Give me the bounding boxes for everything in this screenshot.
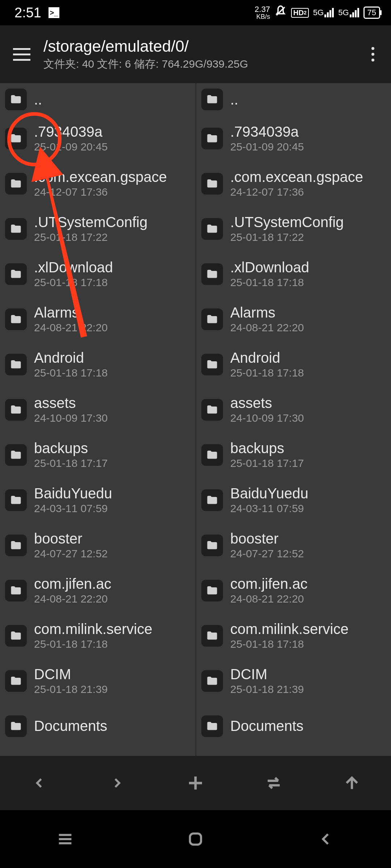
nav-forward-button[interactable] bbox=[103, 769, 132, 797]
file-name: DCIM bbox=[230, 666, 304, 682]
file-row[interactable]: .com.excean.gspace24-12-07 17:36 bbox=[0, 161, 196, 206]
home-button[interactable] bbox=[177, 821, 214, 857]
file-row[interactable]: booster24-07-27 12:52 bbox=[196, 523, 391, 568]
app-header: /storage/emulated/0/ 文件夹: 40 文件: 6 储存: 7… bbox=[0, 25, 391, 83]
file-row[interactable]: com.jifen.ac24-08-21 22:20 bbox=[196, 568, 391, 613]
file-date: 24-08-21 22:20 bbox=[230, 322, 304, 334]
file-date: 25-01-18 17:18 bbox=[34, 638, 152, 650]
folder-icon bbox=[5, 444, 27, 466]
file-date: 25-01-18 17:18 bbox=[230, 276, 309, 289]
file-row[interactable]: Android25-01-18 17:18 bbox=[0, 342, 196, 387]
file-row[interactable]: Alarms24-08-21 22:20 bbox=[0, 297, 196, 342]
file-name: backups bbox=[230, 440, 304, 456]
file-row[interactable]: com.jifen.ac24-08-21 22:20 bbox=[0, 568, 196, 613]
recents-button[interactable] bbox=[47, 821, 83, 857]
file-row[interactable]: com.milink.service25-01-18 17:18 bbox=[0, 613, 196, 658]
file-name: booster bbox=[34, 531, 108, 547]
file-row[interactable]: BaiduYuedu24-03-11 07:59 bbox=[196, 477, 391, 523]
file-name: assets bbox=[34, 395, 108, 411]
file-row[interactable]: .. bbox=[0, 83, 196, 116]
file-name: assets bbox=[230, 395, 304, 411]
back-button[interactable] bbox=[308, 821, 344, 857]
file-row[interactable]: backups25-01-18 17:17 bbox=[196, 432, 391, 477]
nav-back-button[interactable] bbox=[25, 769, 54, 797]
add-button[interactable] bbox=[181, 769, 210, 797]
file-row[interactable]: com.milink.service25-01-18 17:18 bbox=[196, 613, 391, 658]
folder-icon bbox=[5, 625, 27, 647]
file-date: 24-08-21 22:20 bbox=[34, 322, 108, 334]
folder-icon bbox=[201, 218, 223, 240]
folder-icon bbox=[5, 89, 27, 110]
file-date: 25-01-18 17:17 bbox=[34, 457, 108, 469]
file-date: 24-08-21 22:20 bbox=[230, 593, 307, 605]
file-name: Android bbox=[34, 350, 108, 366]
hd-icon: HD2 bbox=[291, 8, 309, 18]
file-row[interactable]: DCIM25-01-18 21:39 bbox=[196, 658, 391, 703]
file-row[interactable]: .xlDownload25-01-18 17:18 bbox=[0, 251, 196, 297]
file-row[interactable]: .com.excean.gspace24-12-07 17:36 bbox=[196, 161, 391, 206]
file-row[interactable]: .7934039a25-01-09 20:45 bbox=[196, 116, 391, 161]
file-row[interactable]: assets24-10-09 17:30 bbox=[196, 387, 391, 432]
file-row[interactable]: .UTSystemConfig25-01-18 17:22 bbox=[0, 206, 196, 251]
menu-button[interactable] bbox=[7, 40, 36, 69]
file-name: .xlDownload bbox=[230, 259, 309, 276]
file-row[interactable]: Android25-01-18 17:18 bbox=[196, 342, 391, 387]
network-speed: 2.37 KB/s bbox=[255, 5, 270, 20]
terminal-icon: >_ bbox=[49, 7, 59, 18]
system-nav-bar bbox=[0, 810, 391, 868]
file-panes: ...7934039a25-01-09 20:45.com.excean.gsp… bbox=[0, 83, 391, 756]
right-pane[interactable]: ...7934039a25-01-09 20:45.com.excean.gsp… bbox=[196, 83, 391, 756]
folder-icon bbox=[201, 535, 223, 556]
folder-icon bbox=[5, 399, 27, 421]
file-name: booster bbox=[230, 531, 304, 547]
file-row[interactable]: Documents bbox=[196, 703, 391, 749]
file-name: .7934039a bbox=[230, 124, 304, 140]
file-row[interactable]: .xlDownload25-01-18 17:18 bbox=[196, 251, 391, 297]
current-path[interactable]: /storage/emulated/0/ bbox=[43, 37, 362, 55]
file-name: Documents bbox=[230, 718, 303, 734]
left-pane[interactable]: ...7934039a25-01-09 20:45.com.excean.gsp… bbox=[0, 83, 196, 756]
signal-1: 5G bbox=[313, 8, 334, 17]
file-date: 25-01-18 17:18 bbox=[230, 367, 304, 379]
swap-button[interactable] bbox=[259, 769, 288, 797]
file-date: 25-01-18 21:39 bbox=[34, 683, 108, 695]
folder-icon bbox=[201, 89, 223, 110]
folder-icon bbox=[5, 218, 27, 240]
file-row[interactable]: .UTSystemConfig25-01-18 17:22 bbox=[196, 206, 391, 251]
folder-icon bbox=[201, 715, 223, 737]
file-name: .com.excean.gspace bbox=[230, 169, 363, 185]
file-row[interactable]: assets24-10-09 17:30 bbox=[0, 387, 196, 432]
more-button[interactable] bbox=[362, 40, 384, 69]
file-name: com.milink.service bbox=[230, 621, 349, 637]
file-date: 24-12-07 17:36 bbox=[230, 186, 363, 198]
file-row[interactable]: .7934039a25-01-09 20:45 bbox=[0, 116, 196, 161]
folder-icon bbox=[201, 173, 223, 195]
file-date: 25-01-09 20:45 bbox=[230, 141, 304, 153]
file-name: Alarms bbox=[230, 305, 304, 321]
folder-icon bbox=[5, 489, 27, 511]
file-date: 24-07-27 12:52 bbox=[34, 548, 108, 560]
file-name: .UTSystemConfig bbox=[34, 214, 147, 230]
file-row[interactable]: .. bbox=[196, 83, 391, 116]
file-row[interactable]: BaiduYuedu24-03-11 07:59 bbox=[0, 477, 196, 523]
folder-icon bbox=[5, 354, 27, 375]
file-row[interactable]: DCIM25-01-18 21:39 bbox=[0, 658, 196, 703]
file-row[interactable]: backups25-01-18 17:17 bbox=[0, 432, 196, 477]
file-name: Documents bbox=[34, 718, 107, 734]
file-row[interactable]: Documents bbox=[0, 703, 196, 749]
up-button[interactable] bbox=[337, 769, 366, 797]
file-name: com.jifen.ac bbox=[230, 576, 307, 592]
file-date: 24-10-09 17:30 bbox=[230, 412, 304, 424]
file-date: 24-03-11 07:59 bbox=[34, 502, 112, 515]
folder-icon bbox=[5, 263, 27, 285]
file-date: 24-07-27 12:52 bbox=[230, 548, 304, 560]
folder-icon bbox=[5, 715, 27, 737]
file-row[interactable]: Alarms24-08-21 22:20 bbox=[196, 297, 391, 342]
file-name: com.milink.service bbox=[34, 621, 152, 637]
file-row[interactable]: booster24-07-27 12:52 bbox=[0, 523, 196, 568]
file-date: 25-01-18 17:18 bbox=[230, 638, 349, 650]
file-date: 24-12-07 17:36 bbox=[34, 186, 167, 198]
folder-icon bbox=[201, 625, 223, 647]
file-date: 25-01-09 20:45 bbox=[34, 141, 108, 153]
folder-icon bbox=[201, 263, 223, 285]
